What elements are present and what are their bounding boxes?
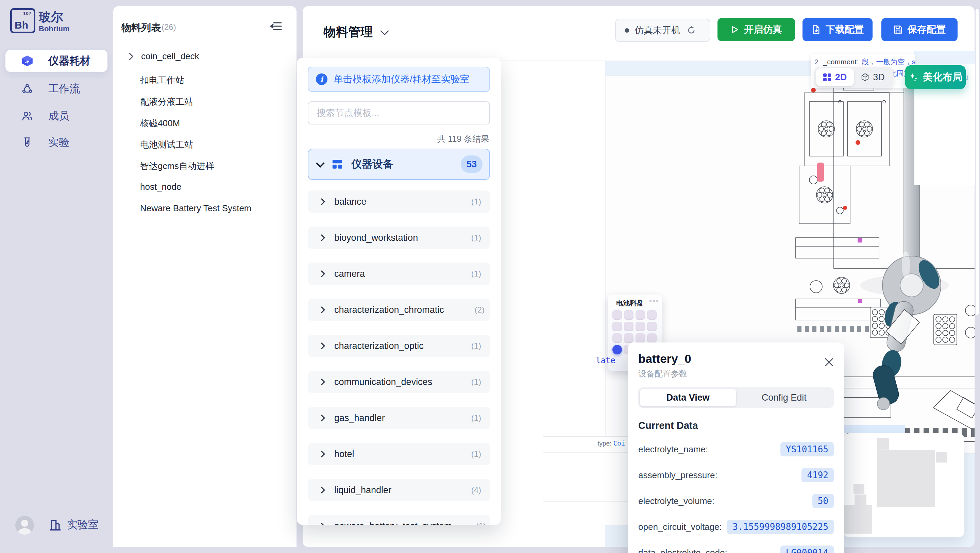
battery-slot[interactable]	[647, 310, 657, 320]
page-title-text: 物料管理	[324, 24, 373, 40]
chevron-right-icon	[318, 414, 325, 421]
sidebar-item-label: 仪器耗材	[48, 54, 91, 68]
materials-count: (26)	[162, 22, 176, 32]
template-item-label: camera	[334, 269, 365, 279]
battery-slot[interactable]	[636, 322, 645, 331]
material-item[interactable]: Neware Battery Test System	[140, 203, 251, 214]
materials-title: 物料列表	[121, 21, 161, 35]
scrollbar[interactable]	[975, 9, 978, 315]
template-item-communication-devices[interactable]: communication_devices(1)	[308, 371, 490, 393]
group-instrument-devices[interactable]: 仪器设备 53	[308, 149, 490, 180]
chevron-right-icon	[318, 343, 325, 349]
grid-2d-icon	[823, 73, 831, 81]
chevron-down-icon	[316, 159, 325, 167]
material-item[interactable]: host_node	[140, 182, 181, 192]
template-item-balance[interactable]: balance(1)	[308, 190, 490, 213]
material-item-label: host_node	[140, 182, 181, 192]
battery-slot[interactable]	[624, 322, 633, 331]
more-options-icon[interactable]	[649, 300, 658, 302]
group-count-badge: 53	[461, 155, 482, 173]
battery-slot[interactable]	[636, 310, 645, 320]
data-row-label: electrolyte_name:	[638, 444, 708, 455]
battery-slot[interactable]	[612, 310, 622, 320]
template-item-characterization-optic[interactable]: characterization_optic(1)	[308, 335, 490, 357]
banner-text: 单击模板添加仪器/耗材至实验室	[334, 73, 469, 86]
close-icon[interactable]	[823, 356, 835, 368]
search-input[interactable]	[308, 101, 490, 124]
toggle-2d[interactable]: 2D	[816, 69, 854, 86]
beautify-layout-button[interactable]: 美化布局	[905, 65, 966, 89]
sidebar-item-instruments[interactable]: 仪器耗材	[5, 49, 107, 72]
material-item-label: 扣电工作站	[140, 75, 184, 86]
tab-data-view[interactable]: Data View	[640, 389, 736, 406]
sidebar-item-workflow[interactable]: 工作流	[5, 78, 107, 100]
workflow-icon	[21, 82, 34, 96]
battery-slot[interactable]	[612, 322, 622, 331]
app-title: 玻尔	[39, 9, 63, 25]
data-row: assembly_pressure: 4192	[638, 467, 834, 483]
start-simulation-button[interactable]: 开启仿真	[718, 18, 795, 41]
sidebar-item-members[interactable]: 成员	[5, 105, 107, 127]
template-item-label: characterization_chromatic	[334, 305, 444, 315]
battery-slot[interactable]	[612, 333, 622, 343]
battery-slot[interactable]	[647, 322, 657, 331]
sidebar-item-laboratory[interactable]: 实验室	[49, 518, 99, 532]
battery-slot[interactable]	[624, 310, 633, 320]
template-item-count: (2)	[475, 305, 485, 315]
material-item-label: Neware Battery Test System	[140, 203, 251, 214]
material-item[interactable]: 电池测试工站	[140, 139, 193, 151]
material-item[interactable]: 扣电工作站	[140, 75, 184, 86]
template-item-bioyond-workstation[interactable]: bioyond_workstation(1)	[308, 226, 490, 249]
template-item-camera[interactable]: camera(1)	[308, 263, 490, 285]
logo-number: 107	[23, 11, 32, 16]
save-config-button[interactable]: 保存配置	[881, 18, 958, 41]
template-item-count: (1)	[471, 233, 481, 242]
comment-value: 段，一般为空，stat	[862, 58, 915, 65]
battery-config-popup: battery_0 设备配置参数 Data View Config Edit C…	[628, 343, 844, 553]
page-title[interactable]: 物料管理	[324, 24, 388, 40]
save-label: 保存配置	[908, 23, 946, 36]
chevron-right-icon	[318, 379, 325, 385]
battery-slot[interactable]	[647, 333, 657, 343]
chevron-down-icon	[380, 27, 389, 35]
material-item[interactable]: 配液分液工站	[140, 96, 193, 108]
template-item-label: hotel	[334, 449, 354, 459]
beautify-label: 美化布局	[923, 70, 963, 84]
avatar[interactable]	[15, 516, 34, 535]
minimap[interactable]	[843, 433, 964, 537]
download-icon	[811, 25, 821, 34]
battery-slot-selected[interactable]	[612, 345, 622, 354]
collapse-panel-icon[interactable]	[270, 21, 282, 31]
data-row-label: open_circuit_voltage:	[638, 522, 722, 532]
template-item-gas-handler[interactable]: gas_handler(1)	[308, 407, 490, 429]
sparkles-icon	[908, 72, 919, 82]
battery-slot[interactable]	[636, 333, 645, 343]
cube-3d-icon	[861, 73, 870, 81]
comment-prefix: 2	[815, 58, 818, 65]
tab-config-edit[interactable]: Config Edit	[736, 389, 832, 406]
template-item-characterization-chromatic[interactable]: characterization_chromatic(2)	[308, 299, 490, 321]
bohrium-logo: 107 Bh	[10, 8, 35, 33]
toggle-3d[interactable]: 3D	[854, 69, 892, 86]
start-label: 开启仿真	[744, 23, 782, 36]
template-item-label: characterization_optic	[334, 341, 424, 351]
material-item[interactable]: coin_cell_deck	[127, 51, 199, 62]
data-row-value: YS101165	[780, 442, 834, 456]
sidebar-item-experiments[interactable]: 实验	[5, 131, 107, 154]
simulation-status-pill[interactable]: 仿真未开机	[615, 19, 710, 42]
template-item-liquid-handler[interactable]: liquid_handler(4)	[308, 479, 490, 501]
status-label: 仿真未开机	[635, 24, 681, 37]
chevron-right-icon	[318, 487, 325, 494]
template-item-neware-battery-test-system[interactable]: neware_battery_test_system(1)	[308, 515, 490, 525]
download-config-button[interactable]: 下载配置	[802, 18, 873, 41]
data-row-value: LG000014	[780, 545, 834, 553]
material-item[interactable]: 核磁400M	[140, 117, 180, 129]
current-data-heading: Current Data	[638, 420, 834, 431]
template-item-count: (1)	[471, 377, 481, 387]
material-item[interactable]: 智达gcms自动进样	[140, 160, 214, 172]
battery-tray-title: 电池料盘	[608, 299, 652, 308]
template-item-hotel[interactable]: hotel(1)	[308, 443, 490, 465]
chevron-right-icon	[318, 306, 325, 313]
template-item-label: balance	[334, 197, 367, 207]
battery-slot[interactable]	[624, 333, 633, 343]
